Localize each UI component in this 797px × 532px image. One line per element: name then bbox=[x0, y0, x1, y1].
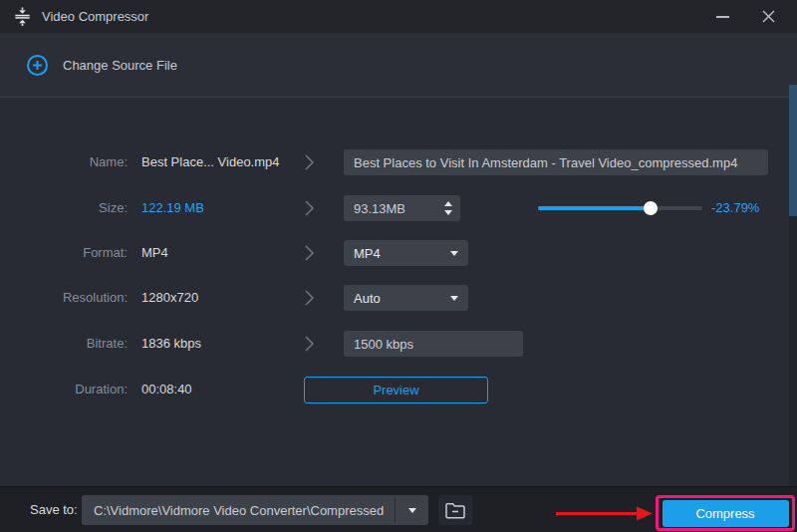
chevron-right-icon bbox=[305, 290, 315, 306]
format-dropdown[interactable]: MP4 bbox=[344, 240, 468, 266]
save-path-input[interactable] bbox=[82, 495, 395, 525]
bitrate-label: Bitrate: bbox=[0, 331, 128, 357]
titlebar: Video Compressor bbox=[0, 0, 797, 33]
caret-down-icon bbox=[450, 296, 458, 301]
chevron-right-icon bbox=[305, 154, 315, 170]
source-size-value: 122.19 MB bbox=[141, 195, 204, 221]
spin-down-button[interactable] bbox=[444, 210, 452, 215]
caret-down-icon bbox=[408, 508, 416, 513]
size-slider[interactable] bbox=[538, 195, 702, 221]
size-label: Size: bbox=[0, 195, 128, 221]
footer-bar: Save to: Compress bbox=[0, 486, 797, 532]
target-size-input[interactable] bbox=[344, 195, 436, 221]
size-row: Size: 122.19 MB -23.79% bbox=[0, 195, 789, 221]
open-folder-button[interactable] bbox=[438, 495, 472, 525]
source-format-value: MP4 bbox=[141, 240, 168, 266]
target-size-spinner bbox=[344, 195, 460, 221]
settings-panel: Name: Best Place... Video.mp4 Size: 122.… bbox=[0, 97, 797, 486]
source-duration-value: 00:08:40 bbox=[141, 377, 192, 402]
name-row: Name: Best Place... Video.mp4 bbox=[0, 149, 789, 175]
slider-thumb[interactable] bbox=[644, 201, 658, 215]
format-row: Format: MP4 MP4 bbox=[0, 240, 789, 266]
duration-row: Duration: 00:08:40 Preview bbox=[0, 377, 789, 402]
scrollbar-thumb[interactable] bbox=[789, 85, 797, 216]
bitrate-row: Bitrate: 1836 kbps bbox=[0, 331, 789, 357]
source-resolution-value: 1280x720 bbox=[141, 285, 198, 311]
red-arrow-icon bbox=[556, 506, 654, 521]
preview-button[interactable]: Preview bbox=[304, 377, 488, 403]
resolution-row: Resolution: 1280x720 Auto bbox=[0, 285, 789, 311]
chevron-right-icon bbox=[305, 245, 315, 261]
change-source-file-label: Change Source File bbox=[63, 58, 177, 73]
slider-fill bbox=[538, 206, 651, 210]
video-compressor-window: Video Compressor Change Source File bbox=[0, 0, 797, 532]
header-bar: Change Source File bbox=[0, 33, 797, 97]
chevron-right-icon bbox=[305, 200, 315, 216]
save-to-label: Save to: bbox=[30, 487, 78, 532]
minimize-button[interactable] bbox=[699, 0, 745, 33]
plus-circle-icon bbox=[26, 54, 49, 77]
window-title: Video Compressor bbox=[42, 0, 148, 33]
vertical-scrollbar[interactable] bbox=[789, 85, 797, 486]
highlight-box: Compress bbox=[656, 495, 795, 531]
bitrate-input[interactable] bbox=[344, 331, 523, 357]
close-icon bbox=[762, 10, 775, 23]
save-path-combo bbox=[82, 495, 428, 525]
change-source-file-button[interactable]: Change Source File bbox=[26, 54, 177, 77]
spin-up-button[interactable] bbox=[444, 201, 452, 206]
chevron-right-icon bbox=[305, 336, 315, 352]
resolution-dropdown[interactable]: Auto bbox=[344, 285, 468, 311]
resolution-label: Resolution: bbox=[0, 285, 128, 311]
caret-down-icon bbox=[450, 251, 458, 256]
size-reduction-percent: -23.79% bbox=[711, 195, 759, 221]
format-dropdown-value: MP4 bbox=[354, 246, 381, 261]
close-button[interactable] bbox=[745, 0, 791, 33]
compress-icon bbox=[13, 7, 32, 26]
window-controls bbox=[699, 0, 791, 33]
save-path-dropdown-button[interactable] bbox=[396, 495, 428, 525]
caret-up-icon bbox=[444, 201, 452, 206]
folder-icon bbox=[444, 501, 466, 519]
format-label: Format: bbox=[0, 240, 128, 266]
duration-label: Duration: bbox=[0, 377, 128, 402]
spinner-arrows bbox=[436, 195, 460, 221]
source-bitrate-value: 1836 kbps bbox=[141, 331, 201, 357]
output-name-input[interactable] bbox=[344, 149, 768, 175]
compress-button[interactable]: Compress bbox=[663, 500, 789, 527]
resolution-dropdown-value: Auto bbox=[354, 291, 381, 306]
caret-down-icon bbox=[444, 210, 452, 215]
minimize-icon bbox=[716, 16, 729, 18]
name-label: Name: bbox=[0, 149, 128, 175]
source-name-value: Best Place... Video.mp4 bbox=[141, 149, 280, 175]
